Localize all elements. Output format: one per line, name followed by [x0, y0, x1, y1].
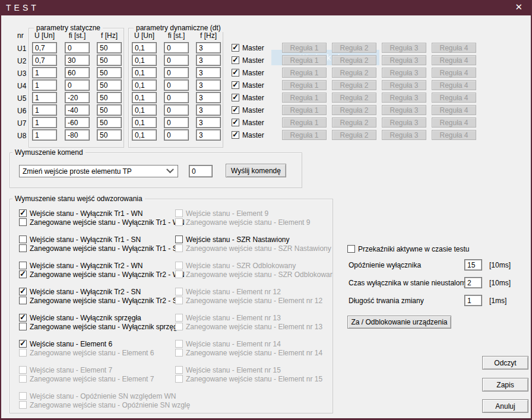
- param-static-U3-col1[interactable]: 1: [32, 67, 57, 78]
- timing-field-input-3[interactable]: 1: [464, 295, 482, 306]
- param-dynamic-U8-col1[interactable]: 0,1: [132, 129, 157, 141]
- rule-button-row3-4: Reguła 4: [432, 68, 476, 78]
- state-checkbox[interactable]: [19, 209, 27, 217]
- rule-button-row2-1: Reguła 1: [282, 55, 327, 65]
- rule-button-row7-2: Reguła 2: [332, 117, 376, 128]
- state-checkbox[interactable]: [19, 314, 27, 322]
- param-dynamic-U7-col2[interactable]: 0: [164, 117, 189, 128]
- param-dynamic-U3-col1[interactable]: 0,1: [132, 67, 157, 78]
- rule-button-row6-3: Reguła 3: [382, 105, 426, 115]
- param-static-U5-col1[interactable]: 1: [32, 92, 57, 103]
- param-static-U1-col2[interactable]: 0: [65, 42, 90, 53]
- param-dynamic-U5-col1[interactable]: 0,1: [132, 92, 157, 103]
- master-checkbox-U7[interactable]: [232, 119, 239, 126]
- param-dynamic-U1-col2[interactable]: 0: [164, 42, 189, 53]
- param-static-U7-col2[interactable]: -60: [65, 117, 90, 128]
- param-static-U4-col2[interactable]: 0: [65, 79, 90, 91]
- param-dynamic-U2-col3[interactable]: 3: [196, 55, 221, 66]
- param-static-U4-col1[interactable]: 1: [32, 79, 57, 91]
- param-static-U7-col1[interactable]: 1: [32, 117, 57, 128]
- param-static-U3-col3[interactable]: 50: [97, 67, 122, 78]
- param-static-U6-col2[interactable]: -40: [65, 104, 90, 116]
- param-dynamic-U5-col2[interactable]: 0: [164, 92, 189, 103]
- state-checkbox-label: Zanegowane wejście stanu - Opóźnienie SN…: [30, 401, 190, 409]
- action-button-odczyt[interactable]: Odczyt: [482, 356, 528, 370]
- state-checkbox-label: Wejście stanu - Opóźnienie SN względem W…: [30, 392, 176, 400]
- param-static-U1-col3[interactable]: 50: [97, 42, 122, 53]
- param-dynamic-U7-col1[interactable]: 0,1: [132, 117, 157, 128]
- master-checkbox-U5[interactable]: [232, 94, 239, 101]
- param-static-U8-col3[interactable]: 50: [97, 129, 122, 141]
- negated-state-checkbox[interactable]: [19, 323, 27, 330]
- state-checkbox-label: Zanegowane wejście stanu - Wyłącznik Tr2…: [30, 297, 182, 305]
- rule-button-row1-4: Reguła 4: [432, 43, 476, 53]
- param-static-U2-col1[interactable]: 0,7: [32, 55, 57, 66]
- timing-field-input-2[interactable]: 2: [464, 277, 482, 288]
- state-checkbox-label: Wejście stanu - Wyłącznik Tr1 - WN: [30, 209, 142, 218]
- param-dynamic-U8-col3[interactable]: 3: [196, 129, 221, 141]
- negated-state-checkbox[interactable]: [19, 271, 27, 278]
- state-checkbox[interactable]: [19, 340, 27, 348]
- state-checkbox-label: Zanegowane wejście stanu - SZR Nastawion…: [186, 244, 331, 253]
- param-dynamic-U6-col3[interactable]: 3: [196, 104, 221, 116]
- param-dynamic-U4-col1[interactable]: 0,1: [132, 79, 157, 91]
- negated-state-checkbox[interactable]: [19, 297, 27, 304]
- action-button-zapis[interactable]: Zapis: [482, 378, 528, 392]
- param-dynamic-U3-col2[interactable]: 0: [164, 67, 189, 78]
- param-static-U8-col1[interactable]: 1: [32, 129, 57, 141]
- param-dynamic-U4-col2[interactable]: 0: [164, 79, 189, 91]
- timing-field-input-1[interactable]: 15: [464, 259, 482, 271]
- state-checkbox[interactable]: [175, 236, 183, 243]
- param-dynamic-U1-col1[interactable]: 0,1: [132, 42, 157, 53]
- command-value-input[interactable]: 0: [189, 165, 213, 177]
- param-dynamic-U8-col2[interactable]: 0: [164, 129, 189, 141]
- state-checkbox-label: Wejście stanu - SZR Nastawiony: [186, 236, 290, 244]
- master-checkbox-U4[interactable]: [232, 81, 239, 89]
- master-checkbox-U2[interactable]: [232, 56, 239, 64]
- master-checkbox-U1[interactable]: [232, 44, 239, 52]
- param-dynamic-U2-col1[interactable]: 0,1: [132, 55, 157, 66]
- param-dynamic-U4-col3[interactable]: 3: [196, 79, 221, 91]
- close-icon[interactable]: ✕: [515, 2, 522, 12]
- master-label: Master: [242, 131, 264, 139]
- param-static-U6-col3[interactable]: 50: [97, 104, 122, 116]
- row-label-U6: U6: [17, 107, 26, 115]
- nr-header: nr: [17, 31, 24, 40]
- master-checkbox-U8[interactable]: [232, 131, 239, 139]
- param-static-U1-col1[interactable]: 0,7: [32, 42, 57, 53]
- param-static-U3-col2[interactable]: 60: [65, 67, 90, 78]
- param-dynamic-U1-col3[interactable]: 3: [196, 42, 221, 53]
- master-checkbox-U6[interactable]: [232, 106, 239, 114]
- param-static-U2-col3[interactable]: 50: [97, 55, 122, 66]
- row-label-U1: U1: [17, 44, 26, 53]
- param-static-U2-col2[interactable]: 30: [65, 55, 90, 66]
- send-command-button[interactable]: Wyślij komendę: [226, 164, 286, 177]
- param-dynamic-U5-col3[interactable]: 3: [196, 92, 221, 103]
- state-checkbox[interactable]: [19, 262, 27, 269]
- action-button-anuluj[interactable]: Anuluj: [482, 399, 528, 413]
- state-checkbox[interactable]: [19, 236, 27, 243]
- param-static-U8-col2[interactable]: -80: [65, 129, 90, 141]
- title-bar: TEST ✕: [0, 0, 532, 15]
- negated-state-checkbox: [175, 244, 183, 252]
- master-checkbox-U3[interactable]: [232, 69, 239, 77]
- param-dynamic-U3-col3[interactable]: 3: [196, 67, 221, 78]
- col-header-fi-dynamic: fi [st.]: [164, 31, 189, 40]
- lock-unlock-device-button[interactable]: Za / Odblokowanie urządzenia: [347, 316, 451, 329]
- state-checkbox[interactable]: [19, 288, 27, 295]
- param-dynamic-U2-col2[interactable]: 0: [164, 55, 189, 66]
- param-dynamic-U7-col3[interactable]: 3: [196, 117, 221, 128]
- param-static-U6-col1[interactable]: 1: [32, 104, 57, 116]
- param-static-U4-col3[interactable]: 50: [97, 79, 122, 91]
- param-static-U7-col3[interactable]: 50: [97, 117, 122, 128]
- relays-active-checkbox[interactable]: [347, 245, 355, 253]
- timing-field-label-3: Długość trwania zmiany: [349, 297, 424, 305]
- param-static-U5-col3[interactable]: 50: [97, 92, 122, 103]
- command-select[interactable]: Zmień wejście proste elementu TP: [19, 165, 178, 177]
- negated-state-checkbox[interactable]: [19, 244, 27, 252]
- param-dynamic-U6-col2[interactable]: 0: [164, 104, 189, 116]
- param-static-U5-col2[interactable]: -20: [65, 92, 90, 103]
- state-checkbox-label: Zanegowane wejście stanu - Element nr 15: [186, 375, 322, 383]
- negated-state-checkbox[interactable]: [19, 218, 27, 226]
- param-dynamic-U6-col1[interactable]: 0,1: [132, 104, 157, 116]
